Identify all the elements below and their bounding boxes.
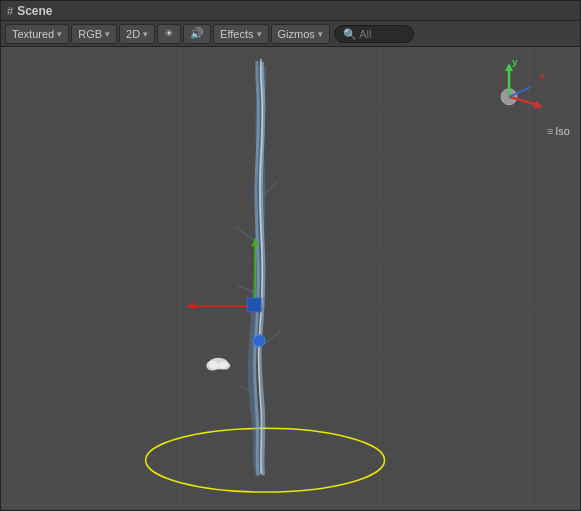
- audio-icon: 🔊: [190, 27, 204, 40]
- scene-icon: #: [7, 5, 13, 17]
- color-mode-dropdown[interactable]: RGB ▾: [71, 24, 117, 44]
- svg-text:y: y: [512, 56, 518, 67]
- effects-label: Effects: [220, 28, 253, 40]
- color-mode-label: RGB: [78, 28, 102, 40]
- svg-rect-22: [247, 298, 261, 312]
- gizmos-label: Gizmos: [278, 28, 315, 40]
- effects-dropdown[interactable]: Effects ▾: [213, 24, 268, 44]
- iso-text: Iso: [555, 125, 570, 137]
- dimension-label: 2D: [126, 28, 140, 40]
- shading-dropdown-icon: ▾: [57, 29, 62, 39]
- scene-canvas: x y: [1, 47, 580, 510]
- svg-rect-0: [1, 47, 580, 510]
- search-container: [334, 25, 414, 43]
- svg-text:x: x: [539, 70, 545, 81]
- svg-point-29: [218, 362, 230, 370]
- color-dropdown-icon: ▾: [105, 29, 110, 39]
- iso-label: ≡ Iso: [547, 125, 570, 137]
- dimension-dropdown[interactable]: 2D ▾: [119, 24, 155, 44]
- scene-viewport[interactable]: x y ≡ Iso: [1, 47, 580, 510]
- sun-icon: ☀: [164, 27, 174, 40]
- scene-window: # Scene Textured ▾ RGB ▾ 2D ▾ ☀ 🔊 Effect…: [0, 0, 581, 511]
- audio-button[interactable]: 🔊: [183, 24, 211, 44]
- gizmos-dropdown-icon: ▾: [318, 29, 323, 39]
- iso-lines-icon: ≡: [547, 125, 553, 137]
- pivot-handle: [253, 335, 265, 347]
- shading-dropdown[interactable]: Textured ▾: [5, 24, 69, 44]
- gizmos-dropdown[interactable]: Gizmos ▾: [271, 24, 330, 44]
- title-bar: # Scene: [1, 1, 580, 21]
- sun-button[interactable]: ☀: [157, 24, 181, 44]
- shading-label: Textured: [12, 28, 54, 40]
- toolbar: Textured ▾ RGB ▾ 2D ▾ ☀ 🔊 Effects ▾ Gizm…: [1, 21, 580, 47]
- svg-point-28: [206, 361, 218, 371]
- search-input[interactable]: [334, 25, 414, 43]
- window-title: Scene: [17, 4, 52, 18]
- effects-dropdown-icon: ▾: [257, 29, 262, 39]
- dimension-dropdown-icon: ▾: [143, 29, 148, 39]
